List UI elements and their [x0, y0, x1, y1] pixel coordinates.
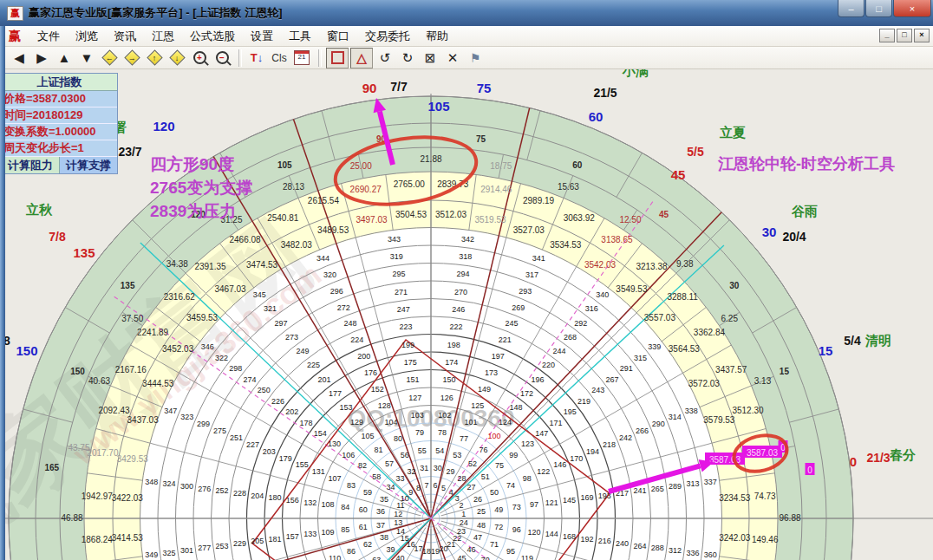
svg-text:3489.53: 3489.53	[317, 225, 349, 235]
window-left-border	[0, 26, 5, 560]
svg-text:271: 271	[395, 288, 408, 296]
child-restore-button[interactable]: □	[897, 29, 912, 42]
diamond-right-icon[interactable]: →	[121, 49, 142, 68]
svg-text:3288.11: 3288.11	[668, 292, 699, 302]
down-icon[interactable]: ▼	[76, 49, 97, 68]
svg-text:3534.53: 3534.53	[550, 240, 582, 250]
svg-text:222: 222	[450, 322, 463, 331]
svg-text:39: 39	[387, 545, 395, 554]
svg-text:50: 50	[490, 488, 499, 497]
svg-text:43.75: 43.75	[68, 443, 89, 453]
svg-text:106: 106	[342, 451, 355, 459]
solar-date-label: 5/4	[844, 334, 861, 348]
calc-support-button[interactable]: 计算支撑	[60, 157, 117, 173]
svg-text:169: 169	[580, 493, 593, 502]
svg-text:3234.53: 3234.53	[719, 493, 751, 503]
menu-tools[interactable]: 工具	[281, 27, 319, 46]
menu-gann[interactable]: 江恩	[144, 27, 182, 46]
menu-trade[interactable]: 交易委托	[357, 27, 418, 46]
svg-text:53: 53	[453, 451, 461, 459]
time-updown-icon[interactable]: T↓	[246, 49, 267, 68]
boxed-x-icon[interactable]: ⊠	[420, 49, 440, 68]
svg-text:270: 270	[454, 288, 467, 296]
svg-text:29: 29	[446, 467, 454, 476]
svg-text:348: 348	[145, 478, 158, 486]
calendar-icon[interactable]: 21	[291, 49, 312, 68]
svg-text:219: 219	[577, 397, 590, 406]
svg-text:7: 7	[425, 481, 429, 490]
maximize-button[interactable]: □	[865, 0, 892, 17]
child-close-button[interactable]: ×	[914, 29, 930, 42]
solar-date-label: 21/5	[593, 86, 617, 100]
svg-text:5: 5	[441, 484, 446, 492]
diamond-up-icon[interactable]: ↑	[144, 49, 165, 68]
menu-window[interactable]: 窗口	[319, 27, 357, 46]
child-minimize-button[interactable]: _	[879, 29, 895, 42]
svg-text:145: 145	[563, 496, 576, 505]
svg-text:95: 95	[506, 547, 515, 556]
menu-formula-stock-pick[interactable]: 公式选股	[182, 27, 243, 46]
calc-resistance-button[interactable]: 计算阻力	[2, 157, 60, 173]
svg-text:3542.03: 3542.03	[584, 260, 617, 270]
svg-text:197: 197	[492, 352, 505, 361]
square-tool-icon[interactable]	[326, 48, 349, 68]
svg-text:296: 296	[330, 287, 343, 296]
svg-text:274: 274	[243, 375, 256, 384]
svg-text:133: 133	[303, 530, 316, 538]
forward-icon[interactable]: ▶	[31, 49, 52, 68]
outer-degree-label: 90	[362, 81, 377, 95]
svg-text:293: 293	[519, 287, 532, 296]
zoom-in-icon[interactable]: +	[189, 49, 210, 68]
svg-text:54: 54	[435, 446, 444, 455]
svg-text:268: 268	[564, 333, 577, 342]
svg-text:266: 266	[636, 427, 649, 435]
svg-text:3362.84: 3362.84	[694, 328, 726, 337]
svg-text:130: 130	[328, 440, 341, 448]
menu-browse[interactable]: 浏览	[68, 27, 106, 46]
flag-icon[interactable]: ⚑	[465, 49, 486, 68]
svg-text:6.25: 6.25	[721, 314, 738, 323]
svg-text:246: 246	[452, 305, 465, 314]
shrink-icon[interactable]: ✕	[442, 49, 463, 68]
menu-file[interactable]: 文件	[29, 27, 68, 46]
coefficient-field[interactable]: 变换系数=1.00000	[2, 124, 117, 140]
svg-text:249: 249	[297, 347, 310, 355]
svg-text:56: 56	[401, 451, 409, 459]
diamond-down-icon[interactable]: ↓	[166, 49, 187, 68]
close-button[interactable]: ×	[893, 0, 931, 17]
diamond-left-icon[interactable]: ←	[99, 49, 120, 68]
svg-text:99: 99	[509, 451, 518, 459]
time-field[interactable]: 时间=20180129	[2, 107, 117, 124]
svg-text:251: 251	[230, 433, 243, 442]
menu-help[interactable]: 帮助	[418, 27, 456, 46]
svg-text:131: 131	[312, 467, 325, 476]
svg-text:75: 75	[476, 134, 486, 144]
minimize-button[interactable]: –	[838, 0, 864, 17]
svg-text:275: 275	[213, 427, 226, 435]
triangle-tool-icon[interactable]: △	[350, 48, 373, 68]
svg-text:3437.03: 3437.03	[127, 415, 160, 425]
step-field[interactable]: 周天变化步长=1	[2, 140, 117, 157]
svg-text:37: 37	[376, 521, 385, 530]
svg-text:28: 28	[458, 474, 466, 483]
svg-text:2690.27: 2690.27	[350, 185, 382, 194]
price-field[interactable]: 价格=3587.0300	[2, 91, 117, 107]
svg-text:299: 299	[197, 420, 210, 428]
svg-text:149: 149	[478, 385, 491, 394]
rotate-cw-icon[interactable]: ↻	[397, 49, 418, 68]
zoom-out-icon[interactable]: −	[212, 49, 232, 68]
title-bar[interactable]: 赢 赢家江恩专业版[赢家服务平台] - [上证指数 江恩轮] – □ ×	[0, 0, 933, 26]
cls-button[interactable]: Cls	[269, 49, 290, 68]
svg-text:3437.57: 3437.57	[715, 365, 747, 374]
menu-settings[interactable]: 设置	[243, 27, 281, 46]
svg-text:105: 105	[277, 160, 292, 170]
svg-text:151: 151	[406, 375, 419, 384]
svg-text:83: 83	[347, 481, 356, 490]
svg-text:312: 312	[669, 546, 682, 555]
up-icon[interactable]: ▲	[54, 49, 75, 68]
svg-text:291: 291	[620, 364, 633, 373]
gann-wheel-chart[interactable]: 赢家财富网www.yingjia360.comQQ:10080036012345…	[0, 69, 933, 560]
menu-news[interactable]: 资讯	[106, 27, 144, 46]
back-icon[interactable]: ◀	[9, 49, 29, 68]
rotate-ccw-icon[interactable]: ↺	[375, 49, 395, 68]
